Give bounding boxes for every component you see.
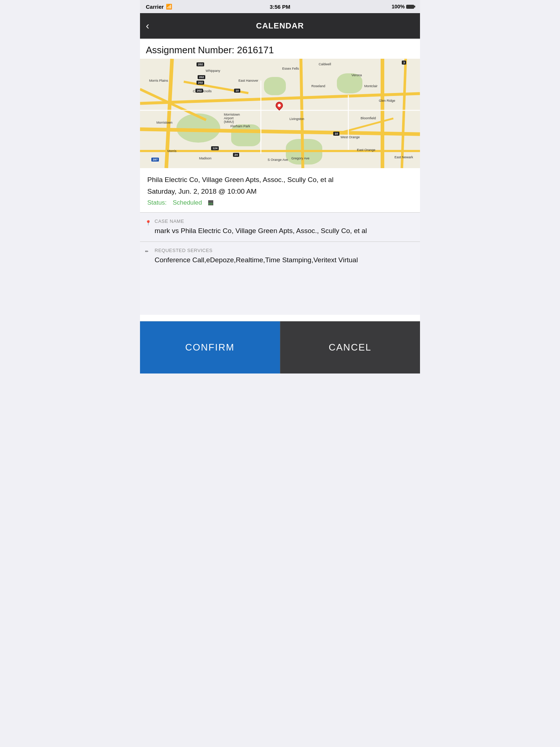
status-edit-icon: ✏ [208, 200, 213, 205]
requested-services-section: ✏ REQUESTED SERVICES Conference Call,eDe… [140, 242, 420, 315]
location-icon: 📍 [145, 220, 151, 226]
case-name-label: CASE NAME [155, 218, 414, 224]
event-status: Status: Scheduled ✏ [147, 199, 413, 206]
wifi-icon: 📶 [166, 4, 172, 9]
event-info: Phila Electric Co, Village Green Apts, A… [140, 168, 420, 212]
assignment-label: Assignment Number: [146, 44, 234, 55]
status-label: Status: [147, 199, 167, 206]
event-title: Phila Electric Co, Village Green Apts, A… [147, 175, 413, 185]
carrier-label: Carrier [146, 4, 164, 10]
case-name-value: mark vs Phila Electric Co, Village Green… [155, 226, 414, 236]
services-value: Conference Call,eDepoze,Realtime,Time St… [155, 255, 414, 265]
battery-percentage: 100% [392, 4, 405, 9]
map-background: Morris Plains Whippany East Hanover Esse… [140, 59, 420, 168]
assignment-number: 2616171 [237, 44, 274, 55]
nav-bar: ‹ CALENDAR [140, 13, 420, 39]
map-container[interactable]: Morris Plains Whippany East Hanover Esse… [140, 59, 420, 168]
services-label: REQUESTED SERVICES [155, 248, 414, 253]
services-icon: ✏ [145, 249, 148, 254]
status-bar: Carrier 📶 3:56 PM 100% [140, 0, 420, 13]
back-button[interactable]: ‹ [146, 17, 152, 35]
content-area: Assignment Number: 2616171 [140, 39, 420, 321]
nav-title: CALENDAR [256, 21, 304, 31]
status-left: Carrier 📶 [146, 4, 172, 10]
bottom-buttons: CONFIRM CANCEL [140, 321, 420, 374]
battery-icon [406, 5, 414, 9]
cancel-button[interactable]: CANCEL [280, 321, 420, 374]
status-value: Scheduled [173, 199, 202, 206]
confirm-button[interactable]: CONFIRM [140, 321, 280, 374]
case-name-section: 📍 CASE NAME mark vs Phila Electric Co, V… [140, 213, 420, 242]
event-datetime: Saturday, Jun. 2, 2018 @ 10:00 AM [147, 187, 413, 196]
status-right: 100% [392, 4, 414, 9]
assignment-header: Assignment Number: 2616171 [140, 39, 420, 59]
status-time: 3:56 PM [270, 4, 291, 10]
map-pin [274, 100, 284, 111]
